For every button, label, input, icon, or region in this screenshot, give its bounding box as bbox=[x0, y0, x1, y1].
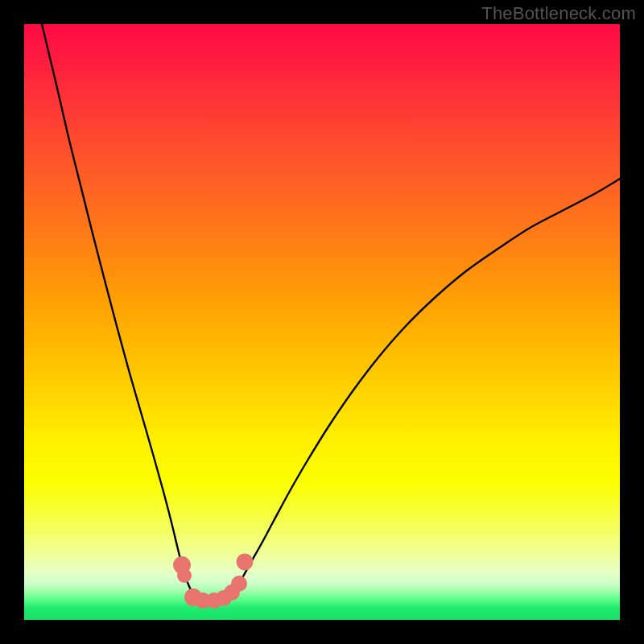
curve-markers bbox=[173, 554, 254, 609]
curve-marker bbox=[237, 554, 254, 571]
curve-marker bbox=[231, 576, 247, 592]
plot-area bbox=[24, 24, 620, 620]
curve-layer bbox=[24, 24, 620, 620]
watermark-text: TheBottleneck.com bbox=[481, 3, 636, 24]
chart-frame: TheBottleneck.com bbox=[0, 0, 644, 644]
bottleneck-curve bbox=[42, 24, 620, 601]
curve-marker bbox=[177, 568, 192, 583]
